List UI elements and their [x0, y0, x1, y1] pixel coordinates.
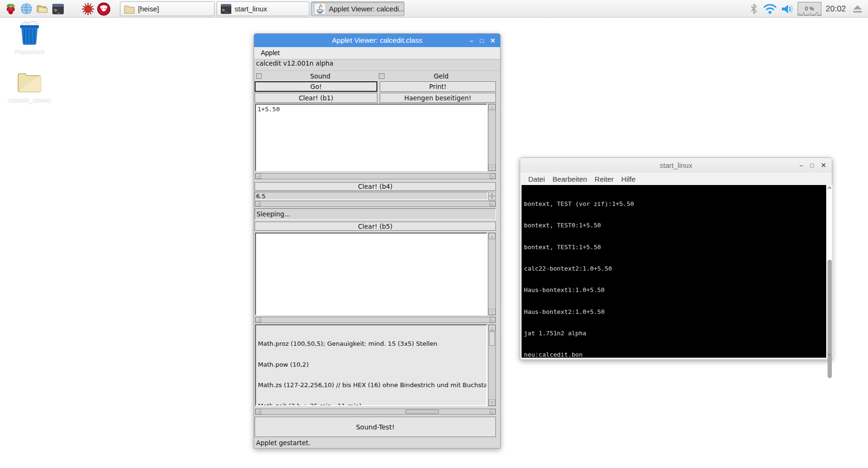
terminal-menubar: Datei Bearbeiten Reiter Hilfe — [520, 173, 832, 185]
scroll-up-icon[interactable]: △ — [489, 104, 495, 110]
result-field-value: 6.5 — [255, 192, 487, 200]
raspberry-logo — [4, 2, 17, 15]
menu-hilfe[interactable]: Hilfe — [618, 175, 640, 183]
taskbar-window-start-linux[interactable]: >_ start_linux — [217, 1, 309, 16]
textarea2-vertical-scrollbar[interactable]: △ ▽ — [488, 233, 496, 315]
clock[interactable]: 20:02 — [826, 0, 846, 18]
result-horizontal-scrollbar[interactable]: ◁ ▷ — [255, 201, 496, 207]
folders — [36, 2, 49, 15]
minimize-icon[interactable]: – — [470, 38, 473, 44]
print-button[interactable]: Print! — [380, 81, 496, 92]
haengen-beseitigen-button[interactable]: Haengen beseitigen! — [380, 93, 496, 103]
scroll-down-icon[interactable]: ▽ — [489, 400, 495, 406]
scroll-left-icon[interactable]: ◁ — [256, 317, 261, 322]
terminal-screen[interactable]: bontext, TEST (vor zif):1+5.50 bontext, … — [522, 185, 826, 358]
sound-checkbox-label: Sound — [264, 72, 377, 80]
wolf-browser-icon[interactable] — [97, 2, 110, 16]
desktop-icon-label: calcedit_classic — [6, 96, 53, 103]
scroll-left-icon[interactable]: ◁ — [256, 409, 261, 414]
status-field[interactable]: Sleeping... — [255, 208, 496, 220]
minimize-icon[interactable]: – — [799, 162, 803, 168]
starburst-app-icon[interactable] — [81, 2, 95, 16]
cpu-monitor[interactable]: 0 % — [798, 2, 821, 16]
scroll-down-icon[interactable]: ▽ — [489, 309, 495, 315]
scroll-down-icon[interactable]: ▽ — [489, 165, 495, 171]
input-textarea-content: 1+5.50 — [256, 105, 486, 114]
applet-menubar: Applet — [254, 47, 500, 59]
web-browser-icon[interactable] — [20, 2, 33, 16]
scrollbar-thumb[interactable] — [405, 410, 439, 414]
java-icon — [314, 3, 326, 15]
svg-text:>_: >_ — [222, 7, 227, 12]
scroll-left-icon[interactable]: ◁ — [255, 201, 261, 206]
terminal-window: start_linux – □ ✕ Datei Bearbeiten Reite… — [520, 157, 832, 360]
menu-reiter[interactable]: Reiter — [591, 175, 618, 183]
geld-checkbox-label: Geld — [386, 72, 496, 80]
taskbar: >_ [heise] — [0, 0, 868, 18]
math-horizontal-scrollbar[interactable]: ◁ ▷ — [255, 409, 496, 415]
output-textarea[interactable] — [255, 233, 487, 315]
scroll-right-icon[interactable]: ▷ — [490, 174, 495, 179]
scrollbar-thumb[interactable] — [828, 260, 832, 378]
math-help-textarea[interactable]: Math.proz (100,50,5); Genauigkeit: mind.… — [255, 324, 487, 406]
textarea1-vertical-scrollbar[interactable]: △ ▽ — [488, 104, 496, 171]
scroll-up-icon[interactable]: △ — [489, 233, 495, 239]
close-icon[interactable]: ✕ — [490, 38, 495, 44]
cpu-graph — [798, 10, 821, 15]
checkbox-row: Sound Geld — [254, 71, 500, 81]
taskbar-window-heise[interactable]: [heise] — [120, 1, 215, 16]
clear-b4-button[interactable]: Clear! (b4) — [255, 182, 496, 191]
eject-icon[interactable] — [853, 5, 862, 15]
terminal-titlebar[interactable]: start_linux – □ ✕ — [520, 158, 832, 173]
terminal-output: bontext, TEST (vor zif):1+5.50 bontext, … — [522, 185, 826, 358]
math-vertical-scrollbar[interactable]: △ ▽ — [488, 324, 496, 406]
terminal-icon: >_ — [220, 3, 232, 15]
textarea1-horizontal-scrollbar[interactable]: ◁ ▷ — [255, 173, 496, 179]
applet-viewer-window: Applet Viewer: calcedit.class – □ ✕ Appl… — [254, 33, 501, 448]
sound-checkbox[interactable] — [256, 73, 262, 79]
wifi-icon[interactable] — [763, 3, 777, 17]
scroll-up-icon[interactable] — [828, 186, 831, 190]
desktop-icon-calcedit-classic[interactable]: calcedit_classic — [6, 71, 53, 103]
geld-checkbox[interactable] — [379, 73, 385, 79]
close-icon[interactable]: ✕ — [821, 162, 826, 168]
raspberry-menu-icon[interactable] — [4, 2, 18, 16]
output-textarea-content — [256, 234, 486, 235]
clear-b1-button[interactable]: Clear! (b1) — [255, 93, 377, 103]
spinner-down-icon[interactable]: ▼ — [488, 196, 496, 200]
file-manager-icon[interactable] — [35, 2, 49, 16]
menu-datei[interactable]: Datei — [524, 175, 549, 183]
starburst — [81, 2, 95, 16]
textarea2-horizontal-scrollbar[interactable]: ◁ ▷ — [255, 317, 496, 323]
taskbar-window-applet-viewer[interactable]: Applet Viewer: calcedi... — [311, 1, 404, 16]
terminal-launcher-icon[interactable]: >_ — [51, 2, 65, 16]
menu-bearbeiten[interactable]: Bearbeiten — [549, 175, 591, 183]
scroll-left-icon[interactable]: ◁ — [256, 174, 261, 179]
applet-titlebar[interactable]: Applet Viewer: calcedit.class – □ ✕ — [254, 34, 500, 47]
window-title: Applet Viewer: calcedit.class — [254, 34, 500, 47]
scroll-up-icon[interactable]: △ — [489, 325, 495, 331]
terminal-scrollbar[interactable] — [826, 185, 832, 358]
globe — [20, 2, 33, 15]
maximize-icon[interactable]: □ — [480, 38, 483, 44]
result-field-spinner[interactable]: ▲ ▼ — [488, 192, 496, 200]
taskbar-window-label: start_linux — [235, 5, 267, 13]
volume-icon[interactable] — [781, 3, 795, 17]
scroll-right-icon[interactable]: ▷ — [490, 201, 495, 206]
scroll-right-icon[interactable]: ▷ — [490, 409, 495, 414]
maximize-icon[interactable]: □ — [810, 162, 814, 168]
go-button[interactable]: Go! — [255, 81, 377, 92]
taskbar-window-label: Applet Viewer: calcedi... — [329, 5, 404, 13]
sound-test-button[interactable]: Sound-Test! — [255, 417, 496, 437]
scroll-right-icon[interactable]: ▷ — [490, 317, 495, 322]
desktop-icon-trash[interactable]: Papierkorb — [6, 21, 53, 55]
scrollbar-thumb[interactable] — [489, 332, 495, 346]
spinner-up-icon[interactable]: ▲ — [488, 192, 496, 196]
clear-b5-button[interactable]: Clear! (b5) — [255, 222, 496, 231]
result-field[interactable]: 6.5 — [255, 192, 488, 200]
bluetooth-icon[interactable] — [750, 3, 758, 16]
menu-applet[interactable]: Applet — [254, 47, 284, 57]
window-title: start_linux — [520, 158, 832, 173]
math-help-content: Math.proz (100,50,5); Genauigkeit: mind.… — [256, 325, 486, 406]
input-textarea[interactable]: 1+5.50 — [255, 104, 487, 171]
